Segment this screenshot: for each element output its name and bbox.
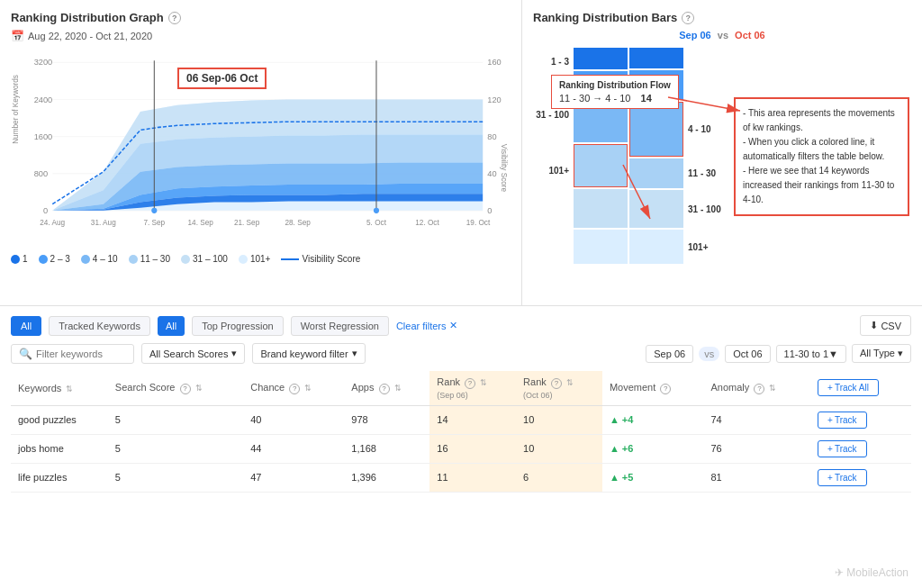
svg-point-27 (374, 208, 379, 213)
th-search-score-label: Search Score (115, 382, 176, 393)
help-chance[interactable]: ? (289, 384, 300, 394)
right-label-11-30: 11 - 30 (688, 158, 733, 188)
table-row: jobs home 5 44 1,168 16 10 ▲ +6 76 (11, 434, 911, 463)
oct-bar-31-100[interactable] (629, 190, 683, 228)
cell-chance-2: 44 (243, 434, 344, 463)
movement-value-3: ▲ +5 (610, 472, 697, 483)
sort-icon-apps[interactable]: ⇅ (394, 384, 402, 393)
plus-icon-1: + (827, 415, 833, 425)
sep-date-label: Sep 06 (654, 348, 685, 359)
chart-area: 06 Sep-06 Oct 3200 2400 1600 800 0 160 1… (11, 50, 511, 266)
movement-value-1: ▲ +4 (610, 414, 697, 425)
help-apps[interactable]: ? (379, 384, 390, 394)
arrow-up-icon-2: ▲ (610, 443, 619, 454)
type-arrow: ▾ (898, 348, 903, 358)
table-body: good puzzles 5 40 978 14 10 ▲ +4 74 (11, 405, 911, 492)
left-panel-help-icon[interactable]: ? (168, 12, 181, 24)
sort-icon-chance[interactable]: ⇅ (304, 384, 312, 393)
track-all-label: Track All (835, 383, 869, 393)
tab-top-progression[interactable]: Top Progression (192, 316, 284, 336)
help-search-score[interactable]: ? (180, 384, 191, 394)
dropdown-arrow-2: ▾ (352, 348, 357, 359)
rank-1-3-label: 1 - 3 (533, 48, 574, 75)
cell-movement-2: ▲ +6 (602, 434, 704, 463)
date-label-text: 06 Sep-06 Oct (186, 72, 258, 85)
dropdown-arrow: ▾ (231, 348, 237, 359)
range-chip[interactable]: 11-30 to 1▼ (776, 345, 846, 363)
th-rank-oct-label: Rank (523, 376, 547, 387)
th-search-score: Search Score ? ⇅ (108, 371, 243, 405)
keywords-table: Keywords ⇅ Search Score ? ⇅ Chance ? ⇅ (11, 371, 911, 493)
svg-text:28. Sep: 28. Sep (285, 219, 311, 227)
svg-text:800: 800 (34, 169, 48, 178)
th-rank-sep: Rank ? ⇅ (Sep 06) (429, 371, 516, 405)
oct-bar-11-30[interactable] (629, 158, 683, 188)
help-anomaly[interactable]: ? (754, 384, 764, 394)
tab-all-second[interactable]: All (158, 316, 185, 336)
th-anomaly-label: Anomaly (711, 382, 750, 393)
right-panel-title-text: Ranking Distribution Bars (533, 11, 677, 24)
svg-text:7. Sep: 7. Sep (143, 219, 165, 227)
tab-all[interactable]: All (11, 316, 41, 336)
cell-keyword-2: jobs home (11, 434, 108, 463)
legend-2-3: 2 – 3 (39, 254, 70, 264)
sep-bar-101[interactable] (574, 230, 628, 264)
flow-data-text: 11 - 30 → 4 - 10 (559, 93, 631, 104)
help-movement[interactable]: ? (660, 384, 671, 394)
svg-text:3200: 3200 (34, 59, 53, 68)
clear-filters[interactable]: Clear filters ✕ (396, 320, 457, 331)
cell-search-score-3: 5 (108, 463, 243, 492)
sep-bar-11-30[interactable] (574, 144, 628, 187)
sep-date-chip[interactable]: Sep 06 (646, 345, 693, 363)
bars-visualization: 1 - 3 31 - 100 101+ (533, 48, 911, 264)
track-all-button[interactable]: + Track All (818, 379, 879, 396)
sort-icon-search-score[interactable]: ⇅ (195, 384, 203, 393)
search-scores-dropdown[interactable]: All Search Scores ▾ (141, 343, 245, 364)
csv-button[interactable]: ⬇ CSV (860, 315, 911, 336)
left-panel: Ranking Distribution Graph ? 📅 Aug 22, 2… (0, 0, 522, 305)
svg-text:120: 120 (487, 95, 501, 104)
type-chip[interactable]: All Type ▾ (852, 344, 911, 363)
right-panel-help-icon[interactable]: ? (682, 12, 694, 24)
track-button-2[interactable]: + Track (818, 440, 866, 457)
vs-label: vs (718, 30, 728, 41)
sep-bar-1-3[interactable] (574, 48, 628, 69)
plus-icon-2: + (827, 444, 833, 454)
clear-icon: ✕ (449, 320, 457, 331)
filters-row-1: All Tracked Keywords All Top Progression… (11, 315, 911, 336)
filters-row-2: 🔍 All Search Scores ▾ Brand keyword filt… (11, 343, 911, 364)
track-button-3[interactable]: + Track (818, 469, 866, 486)
oct-date-chip[interactable]: Oct 06 (725, 345, 770, 363)
oct-bar-1-3[interactable] (629, 48, 683, 68)
date-filters-group: Sep 06 vs Oct 06 11-30 to 1▼ All Type ▾ (646, 344, 911, 363)
track-button-1[interactable]: + Track (818, 412, 866, 429)
vs-text: vs (704, 348, 714, 359)
type-label: All Type (860, 348, 895, 358)
th-anomaly: Anomaly ? ⇅ (704, 371, 811, 405)
sort-icon-rank-sep[interactable]: ⇅ (480, 378, 487, 387)
sort-icon-keywords[interactable]: ⇅ (66, 384, 73, 394)
th-chance: Chance ? ⇅ (243, 371, 344, 405)
tab-worst-regression[interactable]: Worst Regression (291, 316, 389, 336)
sort-icon-rank-oct[interactable]: ⇅ (566, 378, 574, 387)
date-label-box: 06 Sep-06 Oct (177, 68, 267, 89)
help-rank-oct[interactable]: ? (551, 378, 562, 389)
sort-icon-anomaly[interactable]: ⇅ (769, 384, 776, 393)
sep-sub-label: (Sep 06) (437, 391, 468, 400)
cell-movement-1: ▲ +4 (602, 405, 704, 434)
search-scores-label: All Search Scores (149, 348, 228, 359)
cell-keyword-3: life puzzles (11, 463, 108, 492)
oct-bar-101[interactable] (629, 230, 683, 264)
brand-keyword-dropdown[interactable]: Brand keyword filter ▾ (252, 343, 365, 364)
th-apps-label: Apps (351, 382, 374, 393)
watermark-icon: ✈ (835, 566, 844, 579)
tab-tracked-keywords[interactable]: Tracked Keywords (49, 316, 150, 336)
track-label-2: Track (835, 444, 857, 454)
table-row: good puzzles 5 40 978 14 10 ▲ +4 74 (11, 405, 911, 434)
th-track-all: + Track All (810, 371, 911, 405)
svg-text:Visibility Score: Visibility Score (500, 144, 508, 193)
help-rank-sep[interactable]: ? (465, 378, 475, 389)
sep-bar-31-100[interactable] (574, 189, 628, 228)
oct-bar-4-10[interactable] (629, 102, 683, 157)
search-input[interactable] (36, 348, 126, 359)
